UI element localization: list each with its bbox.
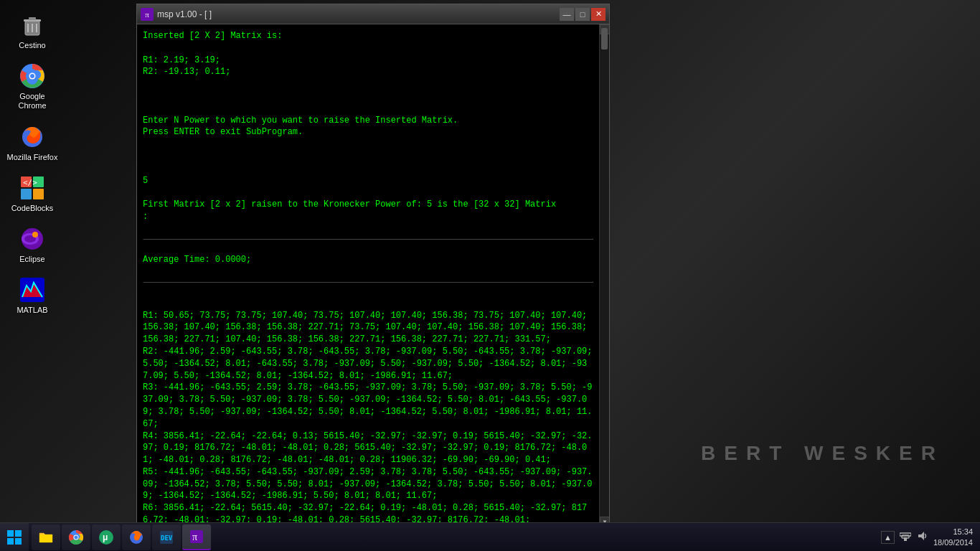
svg-point-9 — [30, 74, 34, 78]
tray-expand-button[interactable]: ▲ — [881, 531, 895, 544]
terminal-close-button[interactable]: ✕ — [591, 8, 606, 21]
svg-text:π: π — [192, 532, 197, 542]
eclipse-label: Eclipse — [19, 255, 44, 264]
svg-rect-34 — [900, 533, 911, 536]
recycle-bin-icon — [19, 11, 46, 39]
svg-text:μ: μ — [103, 532, 108, 542]
desktop-icons-area: Cestino Google Chrome — [0, 0, 65, 522]
terminal-titlebar: π msp v1.00 - [ ] — □ ✕ — [137, 4, 609, 24]
terminal-title-text: msp v1.00 - [ ] — [157, 9, 212, 19]
tray-clock[interactable]: 15:34 18/09/2014 — [933, 527, 973, 547]
codeblocks-label: CodeBlocks — [11, 204, 54, 213]
svg-point-24 — [75, 535, 78, 539]
tray-icons — [898, 529, 930, 545]
terminal-window: π msp v1.00 - [ ] — □ ✕ Inserted [2 X 2]… — [136, 4, 610, 527]
svg-point-19 — [32, 232, 38, 237]
folder-icon — [37, 529, 55, 546]
taskbar-item-utorrent[interactable]: μ — [92, 524, 121, 550]
desktop-icon-mozilla-firefox[interactable]: Mozilla Firefox — [4, 119, 61, 166]
terminal-minimize-button[interactable]: — — [560, 8, 574, 21]
eclipse-desktop-icon — [19, 225, 46, 253]
desktop-icon-codeblocks[interactable]: </> CodeBlocks — [4, 170, 61, 217]
desktop-icon-recycle-bin[interactable]: Cestino — [4, 7, 61, 55]
chrome-label: Google Chrome — [6, 92, 58, 110]
tray-time-display: 15:34 — [933, 527, 973, 537]
taskbar-items: μ DEV — [29, 523, 214, 551]
taskbar-item-firefox[interactable] — [122, 524, 151, 550]
desktop-icon-matlab[interactable]: MATLAB — [4, 272, 61, 319]
taskbar-item-devpad[interactable]: DEV — [152, 524, 181, 550]
svg-text:DEV: DEV — [161, 534, 173, 542]
start-button[interactable] — [0, 523, 29, 552]
taskbar: μ DEV — [0, 522, 980, 551]
desktop-icon-google-chrome[interactable]: Google Chrome — [4, 58, 61, 115]
matlab-label: MATLAB — [17, 306, 47, 315]
chrome-taskbar-icon — [67, 529, 85, 546]
scrollbar-thumb[interactable] — [601, 28, 608, 50]
desktop: BERT WESKER Cestino — [0, 0, 980, 551]
codeblocks-desktop-icon: </> — [19, 174, 46, 202]
chrome-desktop-icon — [19, 62, 46, 90]
terminal-scrollbar[interactable]: ▲ ▼ — [599, 24, 609, 527]
svg-rect-13 — [21, 189, 32, 199]
taskbar-item-file-explorer[interactable] — [32, 524, 60, 550]
terminal-pi-icon: π — [141, 8, 154, 21]
terminal-output[interactable]: Inserted [2 X 2] Matrix is: R1: 2.19; 3.… — [137, 24, 599, 527]
pi-taskbar-icon: π — [188, 528, 205, 545]
tray-network-icon[interactable] — [898, 529, 913, 545]
tray-volume-icon[interactable] — [915, 529, 930, 545]
svg-rect-21 — [39, 534, 52, 542]
firefox-label: Mozilla Firefox — [7, 153, 58, 162]
terminal-maximize-button[interactable]: □ — [575, 8, 590, 21]
firefox-taskbar-icon — [128, 529, 145, 546]
svg-rect-2 — [29, 17, 36, 20]
firefox-desktop-icon — [19, 123, 46, 151]
taskbar-item-chrome[interactable] — [62, 524, 90, 550]
svg-marker-35 — [918, 532, 924, 540]
matlab-desktop-icon — [19, 276, 46, 303]
recycle-bin-label: Cestino — [19, 41, 45, 50]
terminal-title-left: π msp v1.00 - [ ] — [141, 8, 212, 21]
svg-rect-14 — [33, 189, 44, 199]
taskbar-item-msp[interactable]: π — [182, 524, 211, 550]
desktop-icon-eclipse[interactable]: Eclipse — [4, 221, 61, 268]
utorrent-icon: μ — [98, 529, 115, 546]
windows-logo-icon — [7, 530, 22, 545]
desktop-bg-text: BERT WESKER — [701, 442, 944, 465]
taskbar-tray: ▲ 15 — [881, 527, 980, 547]
terminal-content: Inserted [2 X 2] Matrix is: R1: 2.19; 3.… — [137, 24, 609, 527]
devpad-icon: DEV — [158, 529, 175, 546]
terminal-controls: — □ ✕ — [560, 8, 606, 21]
tray-date-display: 18/09/2014 — [933, 537, 973, 547]
svg-text:</>: </> — [23, 178, 37, 187]
